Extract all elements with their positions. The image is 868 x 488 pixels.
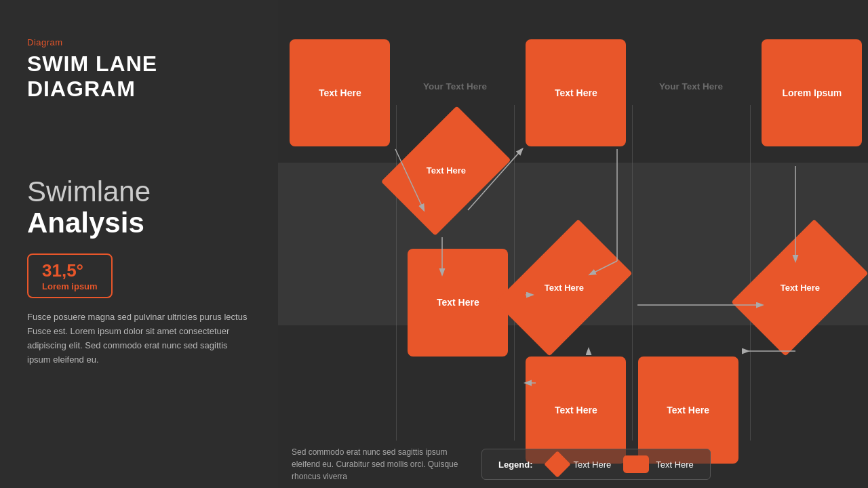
diagram-area: Your Text Here Your Text Here Your Text … xyxy=(278,0,868,488)
main-title: SWIM LANE DIAGRAM xyxy=(27,52,251,102)
legend-box: Legend: Text Here Text Here xyxy=(481,449,711,480)
node-8: Text Here xyxy=(762,229,838,346)
vdivider-3 xyxy=(632,105,633,441)
swimlane-label: Swimlane Analysis xyxy=(27,176,251,239)
bottom-text: Sed commodo erat nunc sed sagittis ipsum… xyxy=(278,446,481,483)
vdivider-4 xyxy=(750,105,751,441)
legend-label: Legend: xyxy=(498,460,533,470)
node-4: Text Here xyxy=(408,249,508,356)
node-2: Text Here xyxy=(408,117,484,224)
legend-item-rect: Text Here xyxy=(623,455,694,473)
diagram-label: Diagram xyxy=(27,37,251,47)
vdivider-1 xyxy=(396,105,397,441)
node-9: Lorem Ipsum xyxy=(762,39,862,146)
vdivider-2 xyxy=(514,105,515,441)
stat-box: 31,5° Lorem ipsum xyxy=(27,253,113,298)
page: Diagram SWIM LANE DIAGRAM Swimlane Analy… xyxy=(0,0,868,488)
legend-item-diamond: Text Here xyxy=(548,455,612,474)
stat-sub: Lorem ipsum xyxy=(42,281,98,291)
legend-rect-icon xyxy=(623,455,649,473)
legend-diamond-icon xyxy=(544,451,571,478)
node-1: Text Here xyxy=(290,39,390,146)
legend-diamond-label: Text Here xyxy=(574,460,612,470)
left-panel: Diagram SWIM LANE DIAGRAM Swimlane Analy… xyxy=(0,0,278,488)
bottom-section: Sed commodo erat nunc sed sagittis ipsum… xyxy=(278,441,868,488)
node-3: Text Here xyxy=(526,39,626,146)
legend-rect-label: Text Here xyxy=(656,460,694,470)
description-text: Fusce posuere magna sed pulvinar ultrici… xyxy=(27,310,251,367)
node-5: Text Here xyxy=(526,229,602,346)
stat-number: 31,5° xyxy=(42,260,98,281)
